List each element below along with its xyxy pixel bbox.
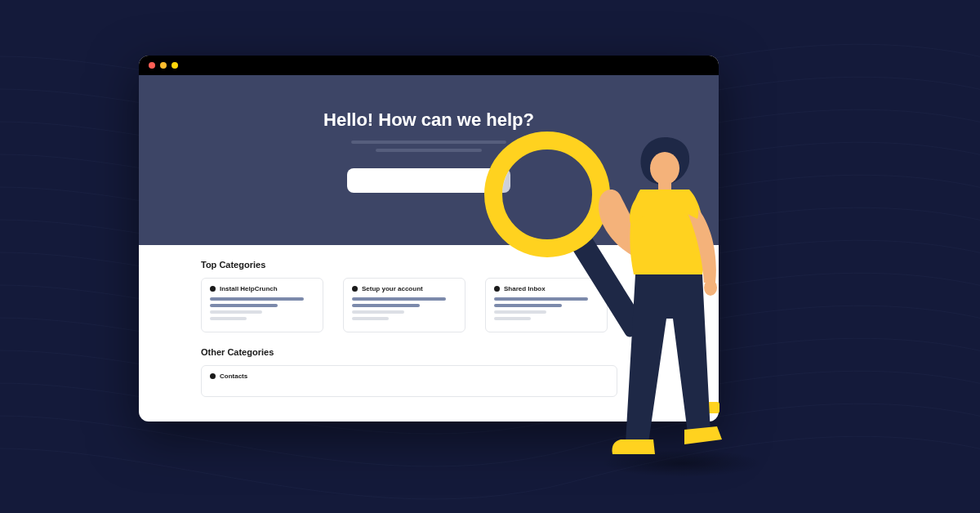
window-zoom-icon[interactable] xyxy=(172,62,178,69)
window-minimize-icon[interactable] xyxy=(160,62,167,69)
search-input[interactable] xyxy=(347,168,510,193)
bullet-icon xyxy=(210,286,216,292)
bullet-icon xyxy=(352,286,358,292)
top-categories-row: Install HelpCrunch Setup your account xyxy=(201,278,657,332)
hero-title: Hello! How can we help? xyxy=(323,109,534,131)
other-categories-heading: Other Categories xyxy=(201,347,657,357)
person-shadow xyxy=(600,449,764,477)
top-categories-heading: Top Categories xyxy=(201,260,657,270)
bullet-icon xyxy=(494,286,500,292)
svg-line-1 xyxy=(497,182,500,185)
category-card-wide[interactable]: Contacts xyxy=(201,365,617,397)
card-title: Shared Inbox xyxy=(504,285,546,292)
window-close-icon[interactable] xyxy=(149,62,155,69)
category-card[interactable]: Shared Inbox xyxy=(485,278,608,332)
category-card[interactable]: Install HelpCrunch xyxy=(201,278,323,332)
card-title: Install HelpCrunch xyxy=(220,285,278,292)
bullet-icon xyxy=(210,373,216,379)
card-title: Setup your account xyxy=(362,285,423,292)
card-title: Contacts xyxy=(220,372,247,380)
hero-section: Hello! How can we help? xyxy=(139,75,719,245)
content-body: Top Categories Install HelpCrunch Setup … xyxy=(139,245,719,397)
svg-point-0 xyxy=(491,176,497,183)
search-icon xyxy=(489,175,501,186)
hero-subtext-placeholder xyxy=(351,141,506,152)
category-card[interactable]: Setup your account xyxy=(343,278,466,332)
browser-window: Hello! How can we help? Top Categories I… xyxy=(139,56,719,422)
window-titlebar xyxy=(139,56,719,75)
